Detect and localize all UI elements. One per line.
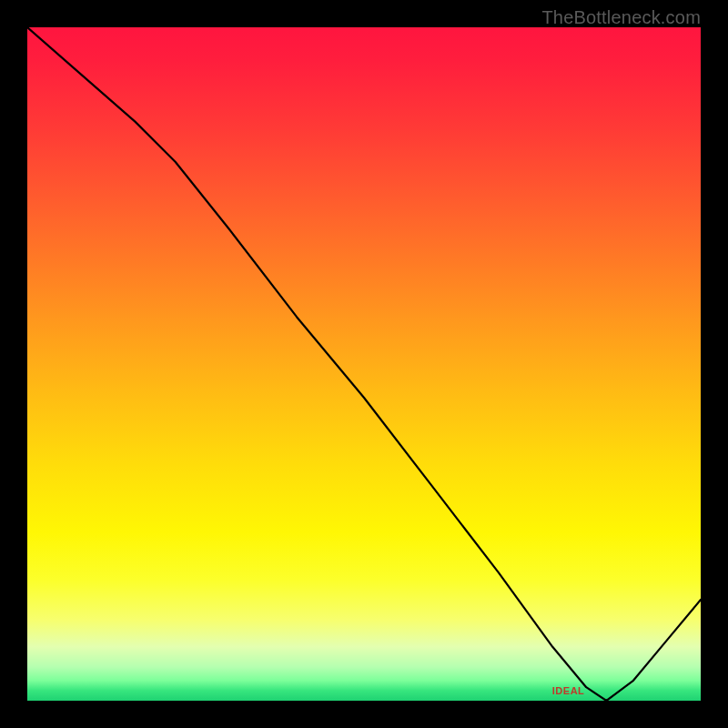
bottleneck-line-plot (27, 27, 701, 701)
bottleneck-curve-path (27, 27, 701, 701)
ideal-annotation: IDEAL (552, 685, 585, 696)
watermark-text: TheBottleneck.com (541, 7, 701, 28)
chart-stage: TheBottleneck.com IDEAL (0, 0, 728, 728)
